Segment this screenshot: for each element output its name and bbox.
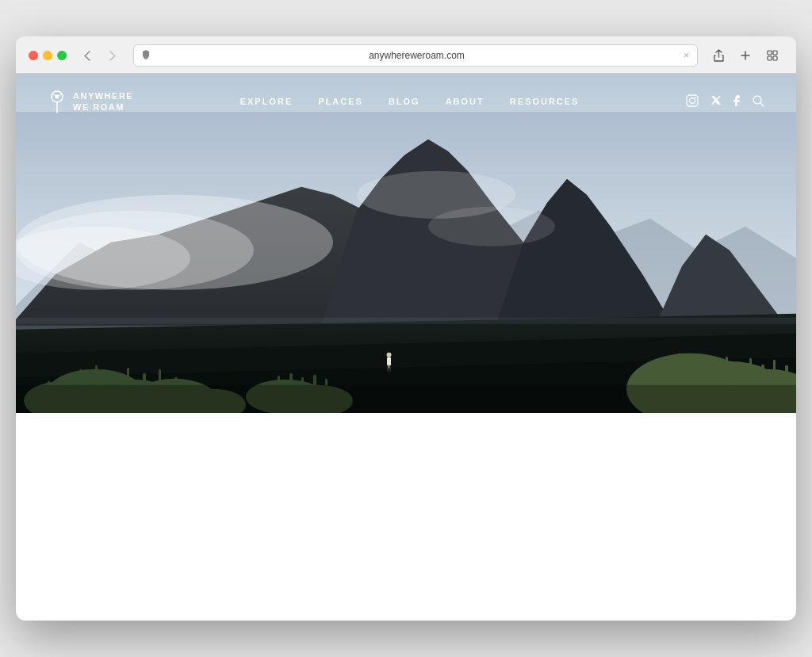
toolbar-right — [707, 47, 783, 64]
mountains-layer — [16, 112, 796, 413]
nav-social-icons — [686, 94, 764, 109]
nav-places[interactable]: PLACES — [318, 97, 363, 106]
svg-rect-58 — [389, 365, 391, 372]
nav-blog[interactable]: BLOG — [389, 97, 420, 106]
hero-subtitle: the pursuit of adventure — [248, 501, 563, 514]
new-tab-button[interactable] — [734, 47, 756, 64]
browser-nav-area — [76, 47, 124, 64]
website-content: ANYWHERE WE ROAM EXPLORE PLACES BLOG ABO… — [16, 74, 796, 621]
svg-point-64 — [689, 97, 695, 103]
svg-rect-59 — [16, 318, 796, 324]
browser-window: anywhereweroam.com × — [16, 36, 796, 621]
site-logo[interactable]: ANYWHERE WE ROAM — [48, 89, 133, 114]
svg-rect-57 — [387, 365, 389, 372]
minimize-button[interactable] — [43, 51, 52, 60]
svg-point-56 — [387, 353, 392, 357]
grid-view-button[interactable] — [761, 47, 783, 64]
nav-resources[interactable]: RESOURCES — [510, 97, 580, 106]
svg-point-14 — [428, 207, 555, 246]
site-navbar: ANYWHERE WE ROAM EXPLORE PLACES BLOG ABO… — [16, 74, 796, 129]
traffic-lights — [29, 51, 67, 60]
svg-point-65 — [695, 97, 696, 98]
site-nav: EXPLORE PLACES BLOG ABOUT RESOURCES — [240, 97, 580, 106]
address-clear-button[interactable]: × — [684, 50, 689, 61]
forward-button[interactable] — [102, 47, 124, 64]
svg-point-66 — [753, 96, 761, 104]
browser-titlebar: anywhereweroam.com × — [29, 44, 783, 67]
svg-rect-63 — [687, 95, 698, 106]
hero-text: the pursuit of adventure ANYWHERE WE ROA… — [248, 501, 563, 544]
logo-text: ANYWHERE WE ROAM — [73, 90, 133, 113]
maximize-button[interactable] — [57, 51, 67, 60]
url-text: anywhereweroam.com — [155, 50, 679, 61]
nav-about[interactable]: ABOUT — [446, 97, 485, 106]
hero-title: ANYWHERE WE ROAM — [248, 518, 563, 544]
security-icon — [142, 48, 150, 63]
address-bar[interactable]: anywhereweroam.com × — [133, 44, 698, 67]
svg-rect-0 — [768, 51, 772, 55]
svg-rect-3 — [773, 56, 777, 60]
back-button[interactable] — [76, 47, 98, 64]
svg-rect-60 — [16, 385, 796, 413]
nav-explore[interactable]: EXPLORE — [240, 97, 293, 106]
svg-rect-1 — [773, 51, 777, 55]
browser-chrome: anywhereweroam.com × — [16, 36, 796, 74]
close-button[interactable] — [29, 51, 38, 60]
search-icon[interactable] — [752, 94, 764, 109]
share-button[interactable] — [707, 47, 730, 64]
svg-rect-2 — [768, 56, 772, 60]
twitter-icon[interactable] — [710, 94, 722, 109]
facebook-icon[interactable] — [733, 94, 741, 109]
instagram-icon[interactable] — [686, 94, 699, 109]
